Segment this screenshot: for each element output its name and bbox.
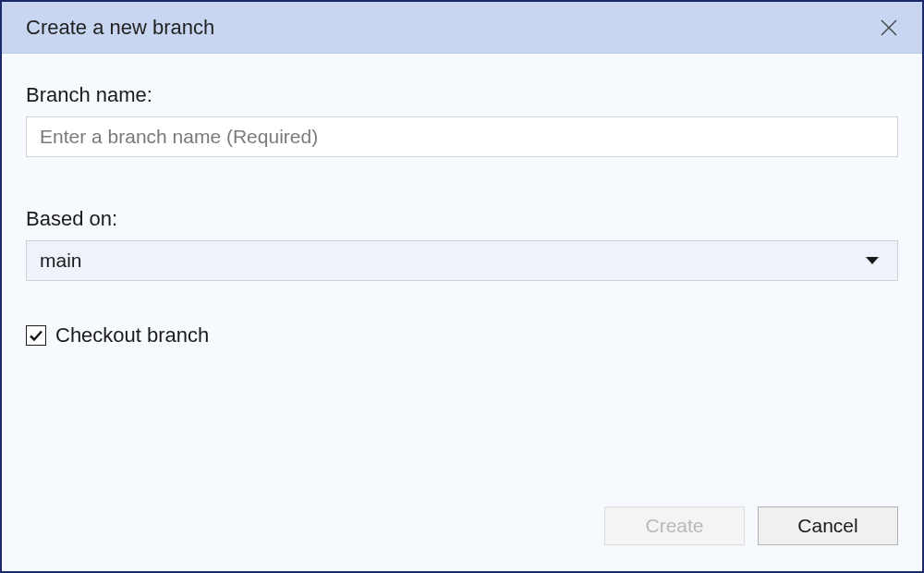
- close-button[interactable]: [872, 11, 906, 44]
- dialog-title: Create a new branch: [26, 16, 214, 40]
- based-on-label: Based on:: [26, 207, 898, 231]
- dialog-footer: Create Cancel: [2, 506, 922, 571]
- dialog-content: Branch name: Based on: main Checkout bra…: [2, 54, 922, 506]
- based-on-selected-value: main: [40, 250, 82, 272]
- close-icon: [880, 18, 898, 37]
- branch-name-input[interactable]: [26, 116, 898, 157]
- create-branch-dialog: Create a new branch Branch name: Based o…: [0, 0, 924, 573]
- checkout-branch-checkbox-row[interactable]: Checkout branch: [26, 323, 898, 347]
- based-on-dropdown[interactable]: main: [26, 240, 898, 281]
- checkout-branch-checkbox[interactable]: [26, 325, 46, 346]
- branch-name-label: Branch name:: [26, 83, 898, 107]
- titlebar: Create a new branch: [2, 2, 922, 54]
- checkout-branch-label: Checkout branch: [55, 323, 209, 347]
- check-icon: [29, 328, 43, 343]
- chevron-down-icon: [866, 257, 879, 264]
- create-button[interactable]: Create: [604, 506, 745, 545]
- cancel-button[interactable]: Cancel: [758, 506, 898, 545]
